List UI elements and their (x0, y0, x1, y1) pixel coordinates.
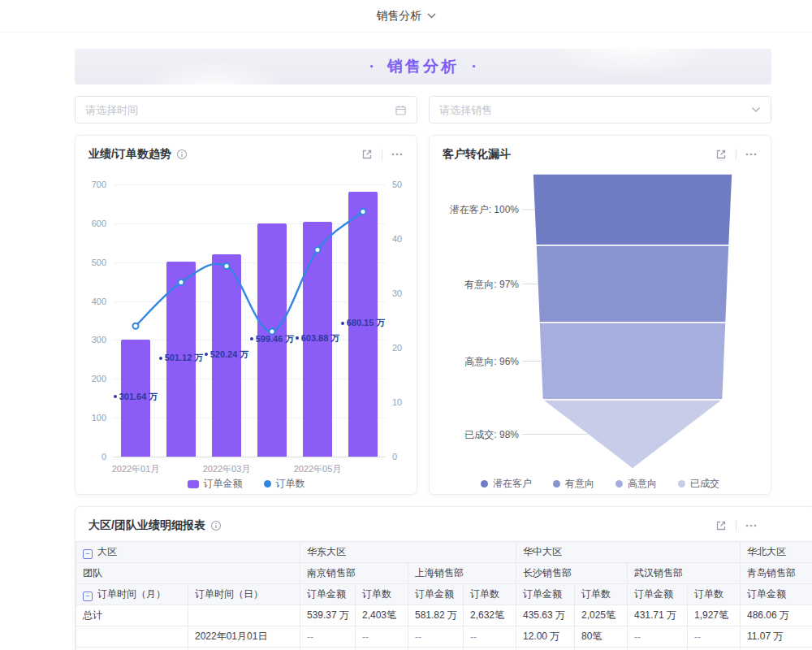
legend-label: 有意向 (565, 477, 594, 491)
page-title-dropdown[interactable]: 销售分析 (377, 9, 422, 24)
info-icon[interactable] (210, 520, 222, 531)
legend-item-已成交[interactable]: 已成交 (678, 477, 719, 491)
x-axis-line (113, 457, 386, 457)
region-header-cell: 华中大区 (516, 542, 741, 563)
metric-header-cell: 订单数 (688, 584, 741, 605)
sales-filter[interactable] (429, 96, 771, 124)
team-header-cell: 南京销售部 (300, 563, 408, 584)
table-row: 2022年01月02日--------23.05 万90笔------ (76, 648, 812, 650)
x-axis-label: 2022年03月 (190, 463, 263, 475)
line-point[interactable] (361, 209, 366, 214)
trend-chart: 0100200300400500600700010203040502022年01… (76, 136, 417, 494)
region-corner-cell: −大区 (76, 542, 300, 563)
data-cell: -- (408, 626, 464, 648)
time-filter[interactable] (75, 96, 417, 124)
legend-item-有意向[interactable]: 有意向 (553, 477, 594, 491)
divider (382, 149, 382, 160)
y-axis-right-label: 40 (392, 234, 417, 244)
line-point[interactable] (133, 323, 139, 329)
y-axis-right-label: 10 (392, 397, 417, 407)
bar-value-text: 603.88 万 (301, 332, 340, 344)
funnel-segment-潜在客户[interactable] (533, 174, 732, 245)
collapse-icon[interactable]: − (83, 549, 93, 559)
bar-value-label: 603.88 万 (281, 332, 354, 344)
metric-header-cell: 订单数 (464, 584, 516, 605)
data-cell: -- (356, 626, 408, 648)
y-axis-left-label: 300 (76, 335, 106, 344)
line-point[interactable] (224, 263, 230, 269)
data-cell: 1,927笔 (688, 605, 741, 626)
data-cell: -- (300, 626, 356, 648)
team-header-cell: 武汉销售部 (628, 563, 741, 584)
date-cell (188, 605, 300, 626)
dot-legend-marker (553, 480, 560, 488)
legend-item-订单数[interactable]: 订单数 (264, 477, 305, 491)
chevron-down-icon (751, 106, 761, 113)
export-icon[interactable] (715, 519, 728, 532)
funnel-chart: 潜在客户: 100%有意向: 97%高意向: 96%已成交: 98%潜在客户有意… (430, 136, 771, 494)
data-cell: 11.07 万 (741, 626, 812, 648)
legend-item-潜在客户[interactable]: 潜在客户 (481, 477, 532, 491)
legend-item-订单金额[interactable]: 订单金额 (188, 477, 243, 491)
data-cell: -- (300, 648, 356, 650)
funnel-segment-有意向[interactable] (536, 245, 729, 323)
bar-value-label: 680.15 万 (326, 317, 400, 329)
table-card-actions (715, 519, 758, 532)
y-axis-left-label: 700 (76, 180, 106, 189)
team-header-cell: 长沙销售部 (516, 563, 628, 584)
line-point[interactable] (179, 280, 184, 285)
funnel-segment-高意向[interactable] (539, 323, 726, 400)
more-icon[interactable] (391, 148, 404, 161)
metric-header-cell: 订单金额 (628, 584, 688, 605)
export-icon[interactable] (361, 148, 374, 161)
data-cell: -- (628, 648, 688, 650)
label-marker-dot (250, 337, 253, 340)
more-icon[interactable] (745, 519, 758, 532)
data-cell: -- (628, 626, 688, 648)
y-axis-right-label: 0 (392, 452, 417, 462)
label-marker-dot (114, 395, 117, 398)
data-cell: 23.05 万 (516, 648, 575, 650)
funnel-card-actions (715, 148, 758, 161)
line-path (136, 212, 363, 332)
label-marker-dot (341, 322, 344, 325)
collapse-icon[interactable]: − (83, 592, 93, 601)
data-cell: 2,403笔 (356, 605, 408, 626)
metric-header-cell: 订单金额 (408, 584, 464, 605)
data-cell: 539.37 万 (300, 605, 356, 626)
metric-header-cell: 订单数 (575, 584, 628, 605)
label-marker-dot (205, 353, 208, 356)
month-cell (76, 626, 188, 648)
time-filter-input[interactable] (85, 104, 395, 116)
table-row: 2022年01月01日--------12.00 万80笔----11.07 万 (76, 626, 812, 648)
y-axis-right-label: 20 (392, 343, 417, 353)
data-cell: 80笔 (575, 626, 628, 648)
data-cell: 90笔 (575, 648, 628, 650)
line-point[interactable] (315, 247, 321, 253)
trend-card-title: 业绩/订单数趋势 (89, 147, 171, 162)
info-icon[interactable] (176, 149, 188, 160)
topbar: 销售分析 (0, 0, 812, 32)
metric-header-cell: 订单数 (356, 584, 408, 605)
trend-card-header: 业绩/订单数趋势 (76, 136, 417, 170)
metric-header-cell: 订单金额 (741, 584, 812, 605)
legend-item-高意向[interactable]: 高意向 (615, 477, 657, 491)
y-axis-left-label: 600 (76, 219, 106, 228)
bar-value-label: 301.64 万 (99, 391, 172, 403)
x-axis-label: 2022年05月 (281, 463, 354, 475)
metric-header-row: −订单时间（月）订单时间（日）订单金额订单数订单金额订单数订单金额订单数订单金额… (76, 584, 812, 605)
sales-filter-input[interactable] (439, 104, 751, 116)
chevron-down-icon[interactable] (427, 13, 436, 19)
team-header-cell: 青岛销售部 (741, 563, 812, 584)
data-cell: 581.82 万 (408, 605, 464, 626)
data-cell: 435.63 万 (516, 605, 575, 626)
trend-card: 业绩/订单数趋势 (75, 135, 417, 495)
more-icon[interactable] (745, 148, 758, 161)
trend-legend: 订单金额订单数 (76, 477, 417, 491)
funnel-svg (430, 136, 772, 496)
y-axis-left-label: 0 (76, 452, 106, 462)
export-icon[interactable] (715, 148, 728, 161)
table-card-title: 大区/团队业绩明细报表 (89, 518, 205, 533)
data-cell: 12.00 万 (516, 626, 575, 648)
divider (736, 520, 736, 531)
